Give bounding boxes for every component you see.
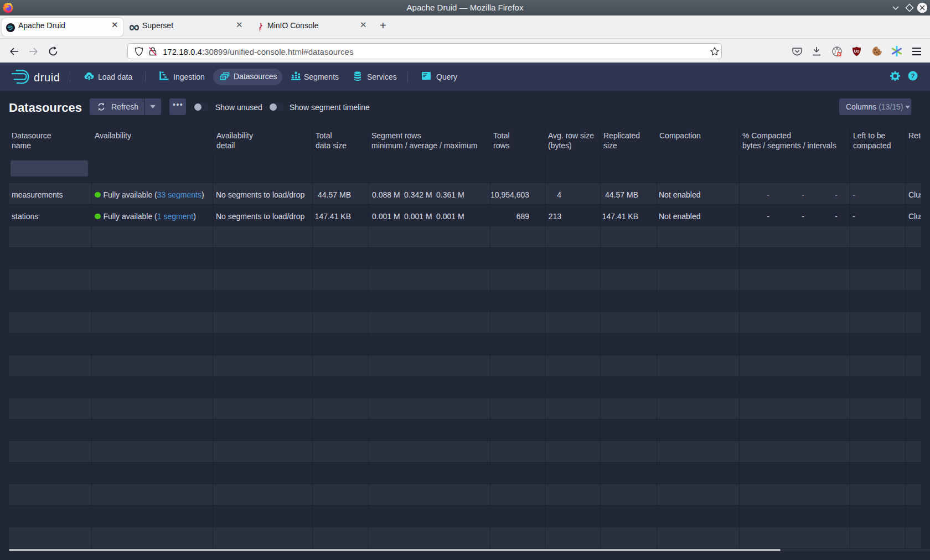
svg-text:UO: UO: [854, 49, 860, 53]
svg-text:?: ?: [911, 72, 915, 79]
